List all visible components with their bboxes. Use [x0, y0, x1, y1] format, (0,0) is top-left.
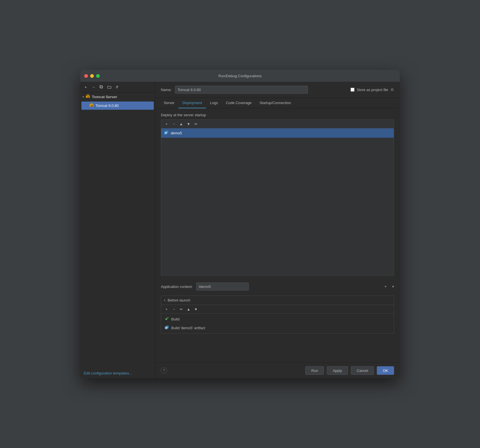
app-context-row: Application context: ▾ — [161, 280, 394, 292]
before-launch-header[interactable]: ▾ Before launch — [161, 296, 394, 305]
before-launch-arrow: ▾ — [164, 299, 165, 302]
before-launch-build-label: Build — [171, 317, 180, 321]
copy-config-button[interactable] — [98, 84, 105, 90]
tab-deployment[interactable]: Deployment — [178, 98, 206, 108]
tab-coverage[interactable]: Code Coverage — [222, 98, 256, 108]
gear-icon[interactable]: ⚙ — [390, 87, 394, 92]
dialog-title: Run/Debug Configurations — [218, 74, 261, 78]
add-config-button[interactable]: + — [83, 84, 89, 90]
before-launch-artifact-label: Build 'demo5' artifact — [171, 326, 205, 330]
bottom-bar: ? Run Apply Cancel OK — [155, 363, 400, 378]
sidebar-item-label: Tomcat 9.0.80 — [96, 104, 119, 108]
maximize-button[interactable] — [96, 74, 100, 78]
title-bar: Run/Debug Configurations — [80, 70, 400, 82]
app-context-label: Application context: — [161, 285, 193, 289]
sidebar: + − — [80, 82, 155, 378]
sort-config-button[interactable] — [114, 84, 120, 90]
tabs-bar: Server Deployment Logs Code Coverage Sta… — [155, 98, 400, 108]
name-input[interactable] — [175, 86, 308, 94]
folder-config-button[interactable] — [106, 84, 113, 90]
deploy-up-button[interactable]: ▲ — [178, 121, 184, 127]
traffic-lights — [84, 74, 100, 78]
build-icon — [165, 316, 169, 322]
content-area: Name: Store as project file ⚙ Server Dep… — [155, 82, 400, 378]
run-button[interactable]: Run — [305, 366, 324, 375]
sidebar-section-tomcat[interactable]: ▾ cat Tomcat Server — [80, 92, 155, 101]
remove-config-button[interactable]: − — [90, 84, 97, 90]
cancel-button[interactable]: Cancel — [351, 366, 374, 375]
before-launch-add-button[interactable]: + — [163, 306, 170, 312]
deploy-list: demo5 — [161, 128, 394, 275]
svg-text:cat: cat — [90, 105, 94, 107]
section-arrow: ▾ — [83, 95, 84, 98]
ok-button[interactable]: OK — [377, 366, 394, 375]
before-launch-item-build: Build — [161, 315, 394, 324]
deploy-section: Deploy at the server startup + − ▲ ▼ ✏ — [161, 113, 394, 276]
deploy-toolbar: + − ▲ ▼ ✏ — [161, 120, 394, 128]
store-project-checkbox[interactable] — [351, 88, 354, 92]
deploy-edit-button[interactable]: ✏ — [193, 121, 199, 127]
main-content: + − — [80, 82, 400, 378]
artifact-icon — [164, 130, 168, 136]
before-launch-items: Build Build 'demo5' artifact — [161, 314, 394, 333]
apply-button[interactable]: Apply — [327, 366, 348, 375]
run-debug-dialog: Run/Debug Configurations + − — [80, 70, 400, 378]
deploy-item-name: demo5 — [171, 131, 182, 135]
app-context-input[interactable] — [196, 283, 249, 290]
before-launch-title: Before launch — [168, 298, 190, 302]
svg-text:cat: cat — [87, 96, 90, 98]
before-launch-edit-button[interactable]: ✏ — [178, 306, 184, 312]
before-launch-item-artifact: Build 'demo5' artifact — [161, 324, 394, 332]
tab-startup[interactable]: Startup/Connection — [256, 98, 295, 108]
deploy-table: + − ▲ ▼ ✏ — [161, 119, 394, 276]
help-button[interactable]: ? — [161, 367, 167, 374]
svg-rect-0 — [100, 86, 103, 88]
deployment-tab-content: Deploy at the server startup + − ▲ ▼ ✏ — [155, 108, 400, 363]
deploy-down-button[interactable]: ▼ — [185, 121, 192, 127]
app-context-select-wrapper — [196, 283, 389, 290]
sidebar-section-label: Tomcat Server — [92, 95, 117, 99]
tab-server[interactable]: Server — [160, 98, 178, 108]
close-button[interactable] — [84, 74, 88, 78]
before-launch-remove-button[interactable]: − — [171, 306, 177, 312]
edit-templates-link[interactable]: Edit configuration templates... — [84, 371, 132, 375]
sidebar-toolbar: + − — [80, 82, 155, 92]
sidebar-footer: Edit configuration templates... — [80, 368, 155, 378]
deploy-item-demo5[interactable]: demo5 — [161, 128, 394, 138]
tab-logs[interactable]: Logs — [206, 98, 222, 108]
tomcat-server-icon: cat — [86, 94, 90, 100]
deploy-remove-button[interactable]: − — [171, 121, 177, 127]
store-project-label: Store as project file — [357, 88, 388, 92]
name-label: Name: — [161, 88, 172, 92]
before-launch-toolbar: + − ✏ ▲ ▼ — [161, 305, 394, 314]
before-launch-down-button[interactable]: ▼ — [193, 306, 199, 312]
app-context-dropdown-arrow[interactable]: ▾ — [392, 284, 394, 289]
name-row: Name: Store as project file ⚙ — [155, 82, 400, 98]
store-project-row: Store as project file ⚙ — [351, 87, 394, 92]
artifact2-icon — [165, 325, 169, 331]
svg-rect-1 — [100, 85, 102, 88]
tomcat-item-icon: cat — [89, 103, 94, 108]
before-launch-section: ▾ Before launch + − ✏ ▲ ▼ — [161, 296, 394, 334]
sidebar-item-tomcat-9080[interactable]: cat Tomcat 9.0.80 — [81, 102, 154, 110]
deploy-section-title: Deploy at the server startup — [161, 113, 394, 117]
deploy-add-button[interactable]: + — [163, 121, 170, 127]
minimize-button[interactable] — [90, 74, 94, 78]
before-launch-up-button[interactable]: ▲ — [185, 306, 192, 312]
